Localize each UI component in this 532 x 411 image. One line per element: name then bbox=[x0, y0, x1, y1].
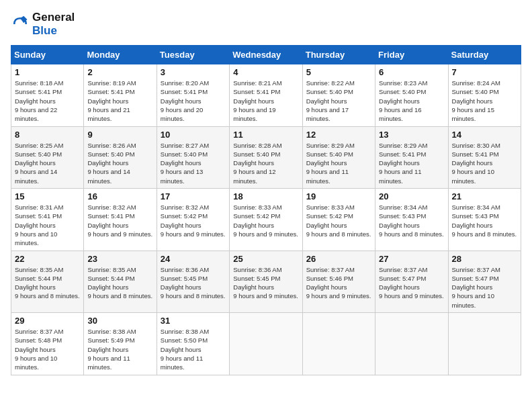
day-info: Sunrise: 8:37 AMSunset: 5:46 PMDaylight … bbox=[306, 265, 371, 301]
day-number: 25 bbox=[233, 254, 298, 264]
day-number: 22 bbox=[15, 254, 80, 264]
day-info: Sunrise: 8:33 AMSunset: 5:42 PMDaylight … bbox=[306, 203, 371, 238]
calendar-week-1: 1 Sunrise: 8:18 AMSunset: 5:41 PMDayligh… bbox=[11, 64, 521, 126]
day-info: Sunrise: 8:38 AMSunset: 5:49 PMDaylight … bbox=[87, 327, 152, 371]
calendar-cell: 28 Sunrise: 8:37 AMSunset: 5:47 PMDaylig… bbox=[448, 250, 521, 312]
day-number: 29 bbox=[15, 316, 80, 326]
day-number: 23 bbox=[87, 254, 152, 264]
day-number: 7 bbox=[452, 67, 517, 77]
calendar-week-2: 8 Sunrise: 8:25 AMSunset: 5:40 PMDayligh… bbox=[11, 126, 521, 188]
day-info: Sunrise: 8:30 AMSunset: 5:41 PMDaylight … bbox=[452, 141, 517, 185]
day-info: Sunrise: 8:38 AMSunset: 5:50 PMDaylight … bbox=[161, 327, 226, 371]
calendar-cell: 30 Sunrise: 8:38 AMSunset: 5:49 PMDaylig… bbox=[84, 313, 157, 375]
day-number: 6 bbox=[379, 67, 444, 77]
calendar-cell: 18 Sunrise: 8:33 AMSunset: 5:42 PMDaylig… bbox=[230, 189, 302, 250]
calendar-cell: 24 Sunrise: 8:36 AMSunset: 5:45 PMDaylig… bbox=[157, 250, 229, 312]
day-info: Sunrise: 8:32 AMSunset: 5:41 PMDaylight … bbox=[87, 203, 152, 238]
day-info: Sunrise: 8:24 AMSunset: 5:40 PMDaylight … bbox=[452, 79, 517, 123]
day-info: Sunrise: 8:36 AMSunset: 5:45 PMDaylight … bbox=[233, 265, 298, 301]
calendar-cell: 9 Sunrise: 8:26 AMSunset: 5:40 PMDayligh… bbox=[84, 126, 157, 188]
calendar-week-4: 22 Sunrise: 8:35 AMSunset: 5:44 PMDaylig… bbox=[11, 250, 521, 312]
day-info: Sunrise: 8:37 AMSunset: 5:48 PMDaylight … bbox=[15, 327, 80, 371]
day-info: Sunrise: 8:34 AMSunset: 5:43 PMDaylight … bbox=[379, 203, 444, 238]
calendar-cell bbox=[375, 313, 448, 375]
calendar-header-sunday: Sunday bbox=[11, 46, 84, 64]
day-number: 4 bbox=[233, 67, 298, 77]
logo-icon bbox=[11, 15, 30, 34]
calendar-cell: 22 Sunrise: 8:35 AMSunset: 5:44 PMDaylig… bbox=[11, 250, 84, 312]
day-number: 24 bbox=[161, 254, 226, 264]
calendar-cell: 23 Sunrise: 8:35 AMSunset: 5:44 PMDaylig… bbox=[84, 250, 157, 312]
day-info: Sunrise: 8:22 AMSunset: 5:40 PMDaylight … bbox=[306, 79, 371, 123]
day-number: 30 bbox=[87, 316, 152, 326]
day-info: Sunrise: 8:37 AMSunset: 5:47 PMDaylight … bbox=[452, 265, 517, 310]
calendar-cell: 4 Sunrise: 8:21 AMSunset: 5:41 PMDayligh… bbox=[230, 64, 302, 126]
day-number: 14 bbox=[452, 130, 517, 140]
day-number: 2 bbox=[87, 67, 152, 77]
day-info: Sunrise: 8:36 AMSunset: 5:45 PMDaylight … bbox=[161, 265, 226, 301]
calendar-cell: 19 Sunrise: 8:33 AMSunset: 5:42 PMDaylig… bbox=[302, 189, 375, 250]
day-info: Sunrise: 8:27 AMSunset: 5:40 PMDaylight … bbox=[161, 141, 226, 185]
day-info: Sunrise: 8:23 AMSunset: 5:40 PMDaylight … bbox=[379, 79, 444, 123]
day-number: 18 bbox=[233, 191, 298, 201]
calendar-cell: 1 Sunrise: 8:18 AMSunset: 5:41 PMDayligh… bbox=[11, 64, 84, 126]
calendar-cell: 29 Sunrise: 8:37 AMSunset: 5:48 PMDaylig… bbox=[11, 313, 84, 375]
calendar-cell: 14 Sunrise: 8:30 AMSunset: 5:41 PMDaylig… bbox=[448, 126, 521, 188]
calendar-cell: 25 Sunrise: 8:36 AMSunset: 5:45 PMDaylig… bbox=[230, 250, 302, 312]
day-number: 19 bbox=[306, 191, 371, 201]
calendar-cell: 27 Sunrise: 8:37 AMSunset: 5:47 PMDaylig… bbox=[375, 250, 448, 312]
logo: General Blue bbox=[11, 11, 75, 37]
day-info: Sunrise: 8:28 AMSunset: 5:40 PMDaylight … bbox=[233, 141, 298, 185]
calendar-cell bbox=[302, 313, 375, 375]
day-number: 21 bbox=[452, 191, 517, 201]
calendar-header-tuesday: Tuesday bbox=[157, 46, 229, 64]
day-number: 26 bbox=[306, 254, 371, 264]
day-info: Sunrise: 8:19 AMSunset: 5:41 PMDaylight … bbox=[87, 79, 152, 123]
day-info: Sunrise: 8:20 AMSunset: 5:41 PMDaylight … bbox=[161, 79, 226, 123]
day-number: 17 bbox=[161, 191, 226, 201]
day-number: 13 bbox=[379, 130, 444, 140]
day-info: Sunrise: 8:35 AMSunset: 5:44 PMDaylight … bbox=[87, 265, 152, 301]
day-number: 31 bbox=[161, 316, 226, 326]
logo-text: General Blue bbox=[32, 11, 75, 37]
calendar-cell: 2 Sunrise: 8:19 AMSunset: 5:41 PMDayligh… bbox=[84, 64, 157, 126]
day-number: 1 bbox=[15, 67, 80, 77]
day-info: Sunrise: 8:37 AMSunset: 5:47 PMDaylight … bbox=[379, 265, 444, 301]
day-info: Sunrise: 8:18 AMSunset: 5:41 PMDaylight … bbox=[15, 79, 80, 123]
day-info: Sunrise: 8:32 AMSunset: 5:42 PMDaylight … bbox=[161, 203, 226, 238]
day-number: 16 bbox=[87, 191, 152, 201]
day-number: 3 bbox=[161, 67, 226, 77]
calendar-cell bbox=[230, 313, 302, 375]
calendar-cell: 3 Sunrise: 8:20 AMSunset: 5:41 PMDayligh… bbox=[157, 64, 229, 126]
day-info: Sunrise: 8:35 AMSunset: 5:44 PMDaylight … bbox=[15, 265, 80, 301]
calendar-header-wednesday: Wednesday bbox=[230, 46, 302, 64]
day-number: 15 bbox=[15, 191, 80, 201]
calendar-week-3: 15 Sunrise: 8:31 AMSunset: 5:41 PMDaylig… bbox=[11, 189, 521, 250]
calendar-cell: 21 Sunrise: 8:34 AMSunset: 5:43 PMDaylig… bbox=[448, 189, 521, 250]
calendar-cell: 20 Sunrise: 8:34 AMSunset: 5:43 PMDaylig… bbox=[375, 189, 448, 250]
calendar-cell: 15 Sunrise: 8:31 AMSunset: 5:41 PMDaylig… bbox=[11, 189, 84, 250]
calendar-cell: 17 Sunrise: 8:32 AMSunset: 5:42 PMDaylig… bbox=[157, 189, 229, 250]
day-info: Sunrise: 8:31 AMSunset: 5:41 PMDaylight … bbox=[15, 203, 80, 247]
day-info: Sunrise: 8:29 AMSunset: 5:41 PMDaylight … bbox=[379, 141, 444, 185]
calendar-cell: 16 Sunrise: 8:32 AMSunset: 5:41 PMDaylig… bbox=[84, 189, 157, 250]
day-info: Sunrise: 8:26 AMSunset: 5:40 PMDaylight … bbox=[87, 141, 152, 185]
day-number: 20 bbox=[379, 191, 444, 201]
day-number: 9 bbox=[87, 130, 152, 140]
calendar-cell: 31 Sunrise: 8:38 AMSunset: 5:50 PMDaylig… bbox=[157, 313, 229, 375]
day-number: 11 bbox=[233, 130, 298, 140]
calendar-cell: 5 Sunrise: 8:22 AMSunset: 5:40 PMDayligh… bbox=[302, 64, 375, 126]
day-info: Sunrise: 8:21 AMSunset: 5:41 PMDaylight … bbox=[233, 79, 298, 123]
day-number: 28 bbox=[452, 254, 517, 264]
day-info: Sunrise: 8:34 AMSunset: 5:43 PMDaylight … bbox=[452, 203, 517, 238]
calendar-header-monday: Monday bbox=[84, 46, 157, 64]
day-info: Sunrise: 8:25 AMSunset: 5:40 PMDaylight … bbox=[15, 141, 80, 185]
day-info: Sunrise: 8:29 AMSunset: 5:40 PMDaylight … bbox=[306, 141, 371, 185]
calendar-cell: 10 Sunrise: 8:27 AMSunset: 5:40 PMDaylig… bbox=[157, 126, 229, 188]
calendar-header-friday: Friday bbox=[375, 46, 448, 64]
calendar-header-thursday: Thursday bbox=[302, 46, 375, 64]
day-info: Sunrise: 8:33 AMSunset: 5:42 PMDaylight … bbox=[233, 203, 298, 238]
calendar-cell: 11 Sunrise: 8:28 AMSunset: 5:40 PMDaylig… bbox=[230, 126, 302, 188]
day-number: 12 bbox=[306, 130, 371, 140]
calendar-cell: 8 Sunrise: 8:25 AMSunset: 5:40 PMDayligh… bbox=[11, 126, 84, 188]
